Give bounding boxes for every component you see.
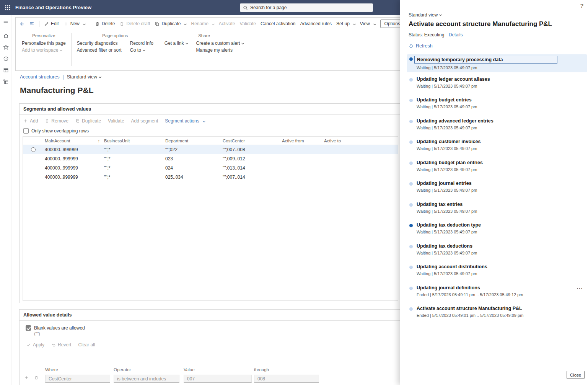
process-step[interactable]: Updating journal entriesWaiting | 5/17/2… bbox=[407, 179, 587, 201]
duplicate-row-button[interactable]: Duplicate bbox=[75, 118, 101, 124]
column-header-main-account[interactable]: MainAccount ↑ bbox=[44, 139, 103, 143]
criteria-value-field[interactable] bbox=[184, 375, 252, 383]
process-step[interactable]: Updating account distributionsWaiting | … bbox=[407, 263, 587, 284]
process-step[interactable]: Updating tax entriesWaiting | 5/17/2023 … bbox=[407, 201, 587, 222]
process-step[interactable]: Activate account structure Manufacturing… bbox=[407, 305, 587, 326]
column-header-cost-center[interactable]: CostCenter bbox=[222, 139, 281, 143]
delete-button[interactable]: Delete bbox=[95, 21, 115, 26]
process-step[interactable]: Updating advanced ledger entriesWaiting … bbox=[407, 117, 587, 138]
create-custom-alert-button[interactable]: Create a custom alert bbox=[196, 41, 244, 46]
overlap-filter-row: Only show overlapping rows bbox=[20, 126, 400, 136]
add-criteria-row-icon[interactable] bbox=[24, 375, 29, 380]
overlap-checkbox[interactable] bbox=[23, 128, 29, 134]
step-subtitle: Waiting | 5/17/2023 05:49:07 pm bbox=[417, 230, 481, 234]
set-up-button[interactable]: Set up bbox=[336, 21, 355, 26]
hamburger-menu-icon[interactable] bbox=[0, 18, 11, 28]
recent-clock-icon[interactable] bbox=[0, 54, 11, 64]
process-step[interactable]: Removing temporary processing dataWaitin… bbox=[407, 54, 587, 72]
segment-row[interactable]: 400000..999999"";*024"";013..014 bbox=[23, 163, 398, 173]
cancel-activation-button[interactable]: Cancel activation bbox=[261, 21, 295, 26]
duplicate-button[interactable]: Duplicate bbox=[155, 21, 186, 26]
refresh-button[interactable]: Refresh bbox=[409, 43, 433, 49]
cell-business-unit: "";* bbox=[103, 165, 164, 171]
step-title: Updating ledger account aliases bbox=[417, 77, 490, 82]
panel-title: Activate account structure Manufacturing… bbox=[409, 20, 581, 28]
grid-body: 400000..999999"";*"";022"";007..00840000… bbox=[23, 145, 398, 182]
process-step[interactable]: Updating customer invoicesWaiting | 5/17… bbox=[407, 138, 587, 159]
process-step[interactable]: Updating ledger account aliasesWaiting |… bbox=[407, 75, 587, 96]
get-a-link-button[interactable]: Get a link bbox=[165, 41, 188, 46]
record-info-button[interactable]: Record info bbox=[130, 41, 153, 46]
workspace-icon[interactable] bbox=[0, 65, 11, 75]
security-diagnostics-button[interactable]: Security diagnostics bbox=[77, 41, 122, 46]
criteria-where-field[interactable] bbox=[45, 375, 110, 383]
delete-criteria-row-icon[interactable] bbox=[34, 375, 39, 380]
process-step[interactable]: Updating tax deductionsWaiting | 5/17/20… bbox=[407, 242, 587, 263]
add-row-button[interactable]: Add bbox=[23, 118, 38, 124]
validate-button[interactable]: Validate bbox=[240, 21, 256, 26]
toggle-pane-icon[interactable] bbox=[29, 21, 34, 26]
process-step[interactable]: Updating budget entriesWaiting | 5/17/20… bbox=[407, 96, 587, 117]
help-icon[interactable]: ? bbox=[580, 2, 583, 9]
process-step[interactable]: Updating budget plan entriesWaiting | 5/… bbox=[407, 159, 587, 180]
segment-row[interactable]: 400000..999999"";*025..034"";007..014 bbox=[23, 173, 398, 182]
back-button[interactable] bbox=[19, 21, 24, 27]
clear-all-button[interactable]: Clear all bbox=[78, 342, 95, 347]
step-status-dot-icon bbox=[409, 307, 413, 311]
validate-rows-button[interactable]: Validate bbox=[108, 118, 124, 124]
breadcrumb-account-structures-link[interactable]: Account structures bbox=[20, 74, 60, 80]
segment-actions-button[interactable]: Segment actions bbox=[165, 118, 205, 124]
apply-button[interactable]: Apply bbox=[26, 342, 44, 347]
advanced-rules-button[interactable]: Advanced rules bbox=[300, 21, 332, 26]
cell-department: 025..034 bbox=[164, 175, 222, 180]
personalize-this-page-button[interactable]: Personalize this page bbox=[22, 41, 66, 46]
close-panel-button[interactable]: Close bbox=[567, 371, 585, 379]
segment-row[interactable]: 400000..999999"";*"";022"";007..008 bbox=[23, 145, 398, 154]
row-radio[interactable] bbox=[31, 147, 36, 152]
manage-my-alerts-button[interactable]: Manage my alerts bbox=[196, 47, 244, 53]
view-button[interactable]: View bbox=[360, 21, 376, 26]
step-more-button[interactable]: ... bbox=[577, 285, 583, 290]
delete-draft-button[interactable]: Delete draft bbox=[119, 21, 150, 26]
blank-values-checkbox[interactable] bbox=[26, 325, 31, 331]
step-title: Updating journal entries bbox=[417, 181, 477, 186]
details-section-header[interactable]: Allowed value details bbox=[20, 310, 400, 321]
step-status-dot-icon bbox=[409, 78, 413, 82]
segments-section-header[interactable]: Segments and allowed values bbox=[20, 104, 400, 115]
step-title: Activate account structure Manufacturing… bbox=[417, 306, 523, 311]
modules-hierarchy-icon[interactable] bbox=[0, 77, 11, 86]
step-subtitle: Ended | 5/17/2023 05:49:11 pm .. 5/17/20… bbox=[417, 292, 523, 297]
add-to-workspace-button[interactable]: Add to workspace bbox=[22, 47, 66, 53]
add-segment-button[interactable]: Add segment bbox=[131, 118, 158, 124]
column-header-active-to[interactable]: Active to bbox=[320, 139, 398, 143]
waffle-menu-icon[interactable] bbox=[0, 0, 15, 15]
rename-button[interactable]: Rename bbox=[191, 21, 214, 26]
advanced-filter-or-sort-button[interactable]: Advanced filter or sort bbox=[77, 47, 122, 53]
column-header-department[interactable]: Department bbox=[164, 139, 222, 143]
status-details-link[interactable]: Details bbox=[449, 32, 463, 38]
panel-view-selector[interactable]: Standard view bbox=[409, 12, 441, 18]
view-selector[interactable]: Standard view bbox=[67, 74, 101, 80]
activate-button[interactable]: Activate bbox=[219, 21, 235, 26]
process-step[interactable]: Updating journal definitionsEnded | 5/17… bbox=[407, 284, 587, 305]
revert-button[interactable]: Revert bbox=[51, 342, 71, 347]
column-header-active-from[interactable]: Active from bbox=[281, 139, 320, 143]
breadcrumb-separator: | bbox=[63, 74, 64, 80]
process-step[interactable]: Updating tax deduction typeWaiting | 5/1… bbox=[407, 221, 587, 242]
new-button[interactable]: New bbox=[64, 21, 85, 26]
criteria-operator-field[interactable] bbox=[114, 375, 179, 383]
remove-row-button[interactable]: Remove bbox=[45, 118, 68, 124]
step-status-dot-icon bbox=[409, 182, 413, 186]
criteria-through-field[interactable] bbox=[254, 375, 319, 383]
step-subtitle: Waiting | 5/17/2023 05:49:07 pm bbox=[417, 209, 477, 214]
favorites-star-icon[interactable] bbox=[0, 42, 11, 52]
go-to-button[interactable]: Go to bbox=[130, 47, 153, 53]
column-header-business-unit[interactable]: BusinessUnit bbox=[103, 139, 164, 143]
search-input[interactable] bbox=[250, 5, 370, 10]
page-search[interactable] bbox=[240, 3, 373, 12]
segment-row[interactable]: 400000..999999"";*023"";009..012 bbox=[23, 154, 398, 163]
options-ribbon: Personalize Personalize this page Add to… bbox=[16, 30, 400, 71]
home-icon[interactable] bbox=[0, 31, 11, 41]
edit-button[interactable]: Edit bbox=[44, 21, 59, 26]
step-subtitle: Waiting | 5/17/2023 05:49:07 pm bbox=[417, 188, 477, 192]
